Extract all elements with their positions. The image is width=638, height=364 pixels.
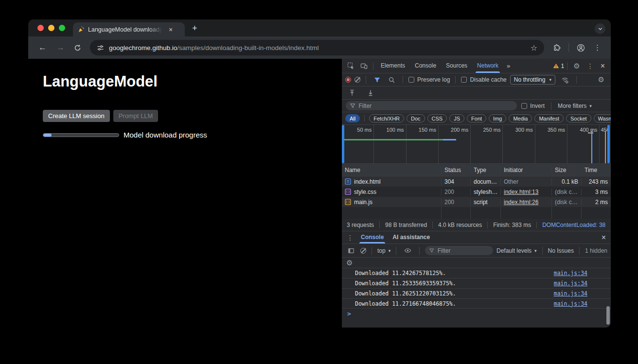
column-header-status[interactable]: Status [442, 167, 471, 173]
drawer-close-icon[interactable]: × [599, 233, 609, 242]
console-source-link[interactable]: main.js:34 [554, 300, 587, 307]
tab-close-button[interactable]: × [167, 26, 174, 33]
minimize-window-button[interactable] [48, 25, 54, 31]
throttling-select[interactable]: No throttling ▾ [510, 75, 555, 85]
bookmark-star-icon[interactable]: ☆ [531, 43, 537, 52]
network-settings-gear-icon[interactable]: ⚙ [595, 75, 607, 84]
column-header-size[interactable]: Size [552, 167, 582, 173]
chip-all[interactable]: All [345, 114, 360, 122]
more-filters-dropdown[interactable]: More filters ▾ [558, 103, 592, 109]
chip-media[interactable]: Media [509, 114, 532, 122]
progress-label: Model download progress [124, 131, 207, 139]
network-timeline-overview[interactable]: 50 ms 100 ms 150 ms 200 ms 250 ms 300 ms… [342, 125, 611, 164]
console-settings-gear-icon[interactable]: ⚙ [346, 259, 353, 267]
invert-checkbox[interactable] [521, 103, 527, 109]
live-expression-eye-icon[interactable] [402, 247, 414, 254]
device-toolbar-icon[interactable] [358, 62, 370, 69]
more-tabs-icon[interactable]: » [504, 62, 513, 69]
console-sidebar-toggle-icon[interactable] [345, 247, 357, 254]
clear-console-icon[interactable] [360, 248, 366, 254]
chip-font[interactable]: Font [467, 114, 486, 122]
new-tab-button[interactable]: + [185, 23, 197, 36]
divider [372, 247, 372, 255]
network-summary-bar: 3 requests 98 B transferred 4.0 kB resou… [342, 219, 611, 231]
forward-button[interactable]: → [52, 43, 69, 52]
devtools-settings-gear-icon[interactable]: ⚙ [570, 62, 583, 70]
chip-js[interactable]: JS [449, 114, 464, 122]
chip-css[interactable]: CSS [427, 114, 447, 122]
filter-funnel-icon[interactable] [372, 77, 383, 83]
tab-console[interactable]: Console [410, 59, 441, 73]
finish-time: Finish: 383 ms [488, 222, 537, 228]
close-window-button[interactable] [37, 25, 44, 31]
table-row[interactable]: index.html 304 docum… Other 0.1 kB 243 m… [342, 176, 611, 187]
table-row[interactable]: main.js 200 script index.html:26 (disk c… [342, 197, 611, 207]
drawer-tab-ai-assistance[interactable]: AI assistance [388, 231, 434, 243]
reload-button[interactable] [70, 44, 85, 52]
zoom-window-button[interactable] [59, 25, 65, 31]
warning-badge[interactable]: 1 [553, 63, 565, 69]
drawer-menu-kebab-icon[interactable]: ⋮ [344, 234, 356, 242]
network-filter-input-pill[interactable] [346, 101, 517, 110]
preserve-log-checkbox[interactable] [408, 77, 414, 83]
tab-elements[interactable]: Elements [376, 59, 409, 73]
no-issues-label[interactable]: No Issues [548, 247, 574, 254]
column-header-initiator[interactable]: Initiator [501, 167, 552, 173]
profile-avatar-icon[interactable] [573, 44, 589, 52]
devtools-menu-kebab-icon[interactable]: ⋮ [584, 62, 597, 70]
site-info-icon[interactable] [97, 44, 104, 52]
column-header-name[interactable]: Name [342, 167, 442, 173]
divider [364, 115, 365, 121]
url-bar[interactable]: googlechrome.github.io/samples/downloadi… [90, 40, 544, 55]
browser-menu-kebab-icon[interactable]: ⋮ [590, 43, 605, 52]
console-filter-pill[interactable] [425, 246, 493, 255]
console-prompt[interactable]: > [342, 309, 611, 319]
chip-img[interactable]: Img [489, 114, 506, 122]
console-source-link[interactable]: main.js:34 [554, 280, 587, 287]
extensions-puzzle-icon[interactable] [549, 44, 565, 52]
create-llm-session-button[interactable]: Create LLM session [43, 110, 110, 122]
table-row[interactable]: style.css 200 stylesh… index.html:13 (di… [342, 187, 611, 197]
import-har-icon[interactable] [346, 89, 358, 96]
invert-label: Invert [530, 103, 545, 109]
console-source-link[interactable]: main.js:34 [554, 270, 587, 277]
log-levels-dropdown[interactable]: Default levels ▾ [496, 247, 537, 254]
timeline-grid: 50 ms 100 ms 150 ms 200 ms 250 ms 300 ms… [342, 125, 611, 163]
disable-cache-checkbox[interactable] [461, 77, 467, 83]
chip-manifest[interactable]: Manifest [534, 114, 564, 122]
devtools-close-icon[interactable]: × [598, 62, 608, 70]
chip-wasm[interactable]: Wasm [594, 114, 611, 122]
timeline-left-handle[interactable] [342, 125, 344, 163]
inspect-element-icon[interactable] [345, 62, 357, 69]
console-source-link[interactable]: main.js:34 [554, 290, 587, 297]
browser-tab[interactable]: LanguageModel downloadpro × [73, 22, 185, 36]
drawer-tab-console[interactable]: Console [356, 231, 388, 243]
network-filter-input[interactable] [358, 103, 513, 109]
hidden-count-label[interactable]: 1 hidden [585, 247, 607, 254]
column-header-type[interactable]: Type [471, 167, 501, 173]
column-header-time[interactable]: Time [582, 167, 611, 173]
search-icon[interactable] [386, 77, 397, 83]
chip-doc[interactable]: Doc [407, 114, 425, 122]
timeline-right-handle[interactable] [607, 125, 610, 163]
console-message-text: Downloaded 11.27166748046875%. [355, 300, 554, 307]
export-har-icon[interactable] [365, 89, 376, 96]
console-filter-input[interactable] [438, 247, 489, 254]
clear-network-log-icon[interactable] [354, 77, 360, 83]
back-button[interactable]: ← [34, 43, 51, 52]
chip-fetch-xhr[interactable]: Fetch/XHR [369, 114, 404, 122]
url-host: googlechrome.github.io [109, 44, 177, 52]
scrollbar-thumb[interactable] [606, 306, 610, 325]
har-row [342, 87, 611, 100]
network-toolbar: Preserve log Disable cache No throttling… [342, 73, 611, 87]
request-initiator-link[interactable]: index.html:13 [504, 189, 538, 195]
tab-sources[interactable]: Sources [442, 59, 472, 73]
record-network-log-icon[interactable] [345, 77, 351, 83]
console-context-selector[interactable]: top ▾ [377, 247, 390, 254]
tab-network[interactable]: Network [473, 59, 503, 73]
tab-search-button[interactable] [595, 23, 605, 34]
tab-title: LanguageModel downloadpro [88, 26, 164, 33]
network-conditions-icon[interactable] [559, 76, 571, 84]
chip-socket[interactable]: Socket [566, 114, 591, 122]
request-initiator-link[interactable]: index.html:26 [504, 199, 538, 206]
